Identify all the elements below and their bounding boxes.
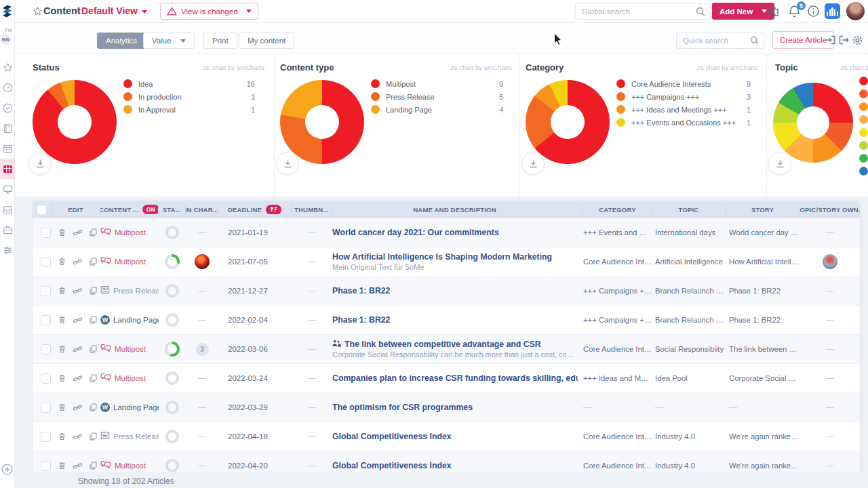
row-checkbox[interactable]	[41, 315, 51, 325]
row-checkbox[interactable]	[41, 286, 51, 296]
delete-icon[interactable]	[58, 257, 66, 266]
link-icon[interactable]	[73, 462, 83, 470]
content-type-label[interactable]: Multipost	[115, 228, 146, 237]
duplicate-icon[interactable]	[89, 432, 98, 441]
sidebar-item-inbox-icon[interactable]	[0, 199, 15, 220]
column-label-owner[interactable]: TOPIC/STORY OWN...	[800, 206, 860, 214]
column-label-story[interactable]: STORY	[751, 206, 774, 214]
value-dropdown[interactable]: Value	[143, 33, 195, 49]
download-chart-button[interactable]	[768, 152, 791, 175]
sidebar-item-tasks-icon[interactable]	[0, 98, 15, 118]
status-ring[interactable]	[165, 313, 179, 327]
article-title[interactable]: Phase 1: BR22	[332, 315, 390, 325]
delete-icon[interactable]	[58, 403, 66, 412]
legend-bullet[interactable]	[859, 102, 868, 111]
link-icon[interactable]	[73, 374, 83, 383]
sidebar-item-content-table-icon[interactable]	[0, 159, 15, 179]
amcharts-credit[interactable]: JS chart by amCharts	[203, 64, 264, 71]
row-checkbox[interactable]	[41, 228, 51, 238]
sort-ascending-icon[interactable]	[266, 205, 281, 214]
column-label-type[interactable]: CONTENT ...	[100, 206, 139, 214]
donut-chart[interactable]	[773, 83, 853, 163]
duplicate-icon[interactable]	[89, 461, 98, 470]
link-icon[interactable]	[73, 432, 83, 441]
content-type-label[interactable]: Multipost	[115, 374, 146, 382]
sidebar-item-notebook-icon[interactable]	[0, 118, 15, 138]
download-chart-button[interactable]	[521, 152, 545, 175]
info-icon[interactable]	[807, 5, 820, 20]
sidebar-item-presentation-icon[interactable]	[0, 179, 15, 199]
legend-item[interactable]: Landing Page 4	[371, 103, 503, 116]
legend-bullet[interactable]	[859, 128, 868, 137]
legend-item[interactable]: Multipost 9	[371, 77, 503, 90]
delete-icon[interactable]	[58, 461, 66, 470]
delete-icon[interactable]	[58, 228, 66, 237]
delete-icon[interactable]	[58, 432, 66, 441]
notifications-bell-icon[interactable]: 5	[788, 5, 801, 21]
legend-item[interactable]: Core Audience Interests 9	[616, 77, 751, 90]
duplicate-icon[interactable]	[89, 315, 98, 325]
duplicate-icon[interactable]	[89, 373, 98, 383]
gear-icon[interactable]	[852, 35, 863, 49]
download-chart-button[interactable]	[28, 152, 52, 175]
analytics-tab[interactable]: Analytics	[97, 33, 146, 49]
article-title[interactable]: How Artificial Intelligence Is Shaping M…	[332, 252, 552, 262]
sidebar-item-dashboard-icon[interactable]	[0, 77, 15, 98]
in-charge-count-badge[interactable]: 3	[196, 343, 209, 356]
row-checkbox[interactable]	[41, 461, 51, 471]
donut-chart[interactable]	[526, 80, 610, 164]
view-changed-button[interactable]: View is changed	[160, 3, 258, 20]
article-title[interactable]: Global Competitiveness Index	[332, 461, 452, 470]
duplicate-icon[interactable]	[89, 344, 98, 354]
link-icon[interactable]	[73, 258, 83, 266]
duplicate-icon[interactable]	[89, 228, 98, 237]
import-icon[interactable]	[825, 35, 836, 48]
link-icon[interactable]	[73, 345, 83, 354]
download-chart-button[interactable]	[276, 152, 299, 175]
content-type-label[interactable]: Landing Page	[113, 316, 159, 324]
legend-item[interactable]: +++ Campaigns +++ 3	[616, 90, 751, 103]
row-checkbox[interactable]	[41, 403, 51, 413]
legend-item[interactable]: In Approval 1	[123, 103, 255, 116]
legend-item[interactable]: +++ Events and Occasions +++ 1	[616, 116, 751, 129]
app-logo-icon[interactable]	[1, 3, 14, 21]
sidebar-add-button[interactable]	[1, 464, 13, 478]
column-label-thumb[interactable]: THUMBN...	[294, 206, 329, 214]
messenger-icon[interactable]	[825, 3, 840, 19]
in-charge-avatar[interactable]	[195, 254, 210, 269]
delete-icon[interactable]	[58, 373, 66, 383]
status-ring[interactable]	[165, 284, 179, 298]
select-all-checkbox[interactable]	[37, 205, 47, 214]
workspace-directory-icon[interactable]	[766, 5, 780, 20]
status-ring[interactable]	[165, 226, 179, 239]
legend-bullet[interactable]	[859, 167, 868, 176]
content-type-label[interactable]: Multipost	[115, 258, 146, 266]
row-checkbox[interactable]	[41, 344, 51, 354]
owner-avatar[interactable]	[823, 254, 837, 269]
sidebar-item-briefcase-icon[interactable]	[0, 220, 15, 240]
content-type-label[interactable]: Multipost	[115, 462, 146, 470]
column-label-status[interactable]: STA...	[163, 206, 181, 214]
global-search-input[interactable]	[575, 3, 711, 20]
status-ring[interactable]	[165, 371, 179, 385]
donut-chart[interactable]	[33, 80, 117, 164]
legend-item[interactable]: Idea 16	[123, 77, 255, 90]
view-selector[interactable]: Default View	[81, 5, 147, 16]
content-type-on-badge[interactable]: ON	[142, 205, 159, 214]
legend-bullet[interactable]	[859, 115, 868, 124]
legend-item[interactable]: In production 1	[123, 90, 255, 103]
sidebar-item-filters-icon[interactable]	[0, 240, 15, 260]
content-type-label[interactable]: Press Release	[113, 432, 159, 441]
row-checkbox[interactable]	[41, 373, 51, 384]
column-label-deadline[interactable]: DEADLINE	[228, 206, 262, 214]
article-title[interactable]: Global Competitiveness Index	[332, 432, 452, 441]
favorite-star-icon[interactable]	[33, 6, 43, 19]
link-icon[interactable]	[73, 403, 83, 412]
sidebar-item-calendar-icon[interactable]	[0, 138, 15, 159]
legend-bullet[interactable]	[859, 89, 868, 98]
user-avatar[interactable]	[846, 2, 865, 20]
row-checkbox[interactable]	[41, 257, 51, 267]
status-ring[interactable]	[165, 342, 180, 357]
workspace-avatar[interactable]: BN	[0, 34, 12, 45]
delete-icon[interactable]	[58, 286, 66, 296]
